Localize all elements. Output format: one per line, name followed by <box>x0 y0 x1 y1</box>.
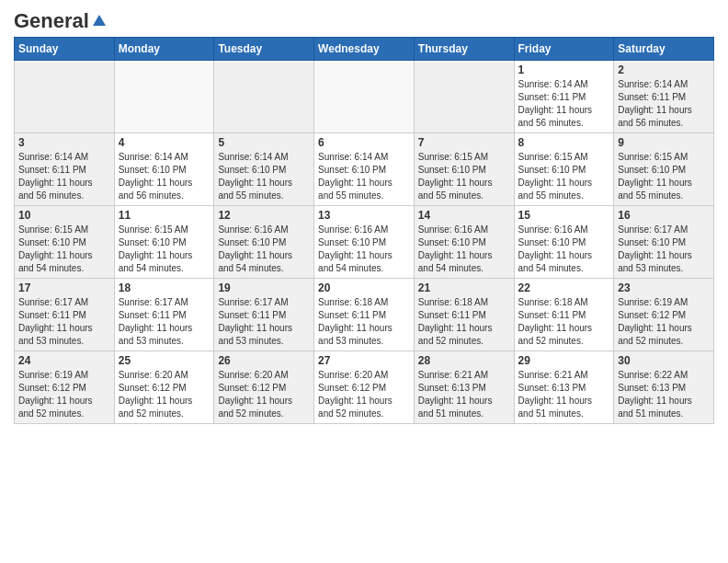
logo-icon <box>91 13 108 29</box>
svg-marker-0 <box>93 15 106 26</box>
calendar-day: 24Sunrise: 6:19 AM Sunset: 6:12 PM Dayli… <box>15 351 115 424</box>
weekday-header-wednesday: Wednesday <box>314 38 415 61</box>
calendar-day: 21Sunrise: 6:18 AM Sunset: 6:11 PM Dayli… <box>414 279 514 351</box>
day-info: Sunrise: 6:14 AM Sunset: 6:10 PM Dayligh… <box>318 151 410 202</box>
calendar-table: SundayMondayTuesdayWednesdayThursdayFrid… <box>14 37 714 424</box>
day-number: 23 <box>618 282 710 294</box>
day-number: 15 <box>518 209 610 222</box>
day-number: 7 <box>418 136 510 149</box>
day-info: Sunrise: 6:16 AM Sunset: 6:10 PM Dayligh… <box>418 224 510 275</box>
calendar-day: 19Sunrise: 6:17 AM Sunset: 6:11 PM Dayli… <box>214 279 314 351</box>
day-info: Sunrise: 6:14 AM Sunset: 6:10 PM Dayligh… <box>218 151 310 202</box>
day-number: 1 <box>518 63 610 76</box>
day-info: Sunrise: 6:20 AM Sunset: 6:12 PM Dayligh… <box>218 369 310 420</box>
day-number: 17 <box>18 282 110 294</box>
day-info: Sunrise: 6:15 AM Sunset: 6:10 PM Dayligh… <box>618 151 710 202</box>
page-header: General <box>14 9 714 29</box>
day-info: Sunrise: 6:15 AM Sunset: 6:10 PM Dayligh… <box>418 151 510 202</box>
calendar-day <box>15 61 115 133</box>
day-info: Sunrise: 6:15 AM Sunset: 6:10 PM Dayligh… <box>119 224 210 275</box>
calendar-day <box>214 61 314 133</box>
day-number: 14 <box>418 209 510 222</box>
calendar-day: 20Sunrise: 6:18 AM Sunset: 6:11 PM Dayli… <box>314 279 415 351</box>
day-number: 20 <box>318 282 410 294</box>
day-info: Sunrise: 6:17 AM Sunset: 6:10 PM Dayligh… <box>618 224 710 275</box>
calendar-week-3: 10Sunrise: 6:15 AM Sunset: 6:10 PM Dayli… <box>15 206 714 279</box>
calendar-day: 8Sunrise: 6:15 AM Sunset: 6:10 PM Daylig… <box>514 133 614 206</box>
day-info: Sunrise: 6:17 AM Sunset: 6:11 PM Dayligh… <box>18 296 110 348</box>
weekday-header-thursday: Thursday <box>414 38 514 61</box>
calendar-day: 12Sunrise: 6:16 AM Sunset: 6:10 PM Dayli… <box>214 206 314 279</box>
day-number: 26 <box>218 354 310 367</box>
calendar-day <box>414 61 514 133</box>
calendar-day: 26Sunrise: 6:20 AM Sunset: 6:12 PM Dayli… <box>214 351 314 424</box>
day-number: 25 <box>119 354 210 367</box>
day-info: Sunrise: 6:21 AM Sunset: 6:13 PM Dayligh… <box>418 369 510 420</box>
weekday-header-saturday: Saturday <box>614 38 714 61</box>
calendar-day: 14Sunrise: 6:16 AM Sunset: 6:10 PM Dayli… <box>414 206 514 279</box>
day-info: Sunrise: 6:16 AM Sunset: 6:10 PM Dayligh… <box>518 224 610 275</box>
day-info: Sunrise: 6:14 AM Sunset: 6:11 PM Dayligh… <box>18 151 110 202</box>
day-info: Sunrise: 6:18 AM Sunset: 6:11 PM Dayligh… <box>418 296 510 348</box>
calendar-day: 3Sunrise: 6:14 AM Sunset: 6:11 PM Daylig… <box>15 133 115 206</box>
day-number: 30 <box>618 354 710 367</box>
day-info: Sunrise: 6:16 AM Sunset: 6:10 PM Dayligh… <box>318 224 410 275</box>
calendar-day: 9Sunrise: 6:15 AM Sunset: 6:10 PM Daylig… <box>614 133 714 206</box>
day-number: 29 <box>518 354 610 367</box>
calendar-day: 18Sunrise: 6:17 AM Sunset: 6:11 PM Dayli… <box>114 279 214 351</box>
day-number: 3 <box>18 136 110 149</box>
calendar-day <box>114 61 214 133</box>
day-number: 5 <box>218 136 310 149</box>
day-number: 27 <box>318 354 410 367</box>
calendar-day: 27Sunrise: 6:20 AM Sunset: 6:12 PM Dayli… <box>314 351 415 424</box>
logo-general: General <box>14 9 89 33</box>
day-info: Sunrise: 6:18 AM Sunset: 6:11 PM Dayligh… <box>518 296 610 348</box>
calendar-day: 2Sunrise: 6:14 AM Sunset: 6:11 PM Daylig… <box>614 61 714 133</box>
day-number: 12 <box>218 209 310 222</box>
calendar-day: 15Sunrise: 6:16 AM Sunset: 6:10 PM Dayli… <box>514 206 614 279</box>
day-info: Sunrise: 6:19 AM Sunset: 6:12 PM Dayligh… <box>618 296 710 348</box>
day-info: Sunrise: 6:16 AM Sunset: 6:10 PM Dayligh… <box>218 224 310 275</box>
day-number: 2 <box>618 63 710 76</box>
day-number: 21 <box>418 282 510 294</box>
weekday-header-sunday: Sunday <box>15 38 115 61</box>
day-number: 18 <box>119 282 210 294</box>
day-info: Sunrise: 6:18 AM Sunset: 6:11 PM Dayligh… <box>318 296 410 348</box>
day-number: 22 <box>518 282 610 294</box>
calendar-day: 29Sunrise: 6:21 AM Sunset: 6:13 PM Dayli… <box>514 351 614 424</box>
day-number: 4 <box>119 136 210 149</box>
day-number: 8 <box>518 136 610 149</box>
day-info: Sunrise: 6:22 AM Sunset: 6:13 PM Dayligh… <box>618 369 710 420</box>
calendar-day <box>314 61 415 133</box>
day-number: 6 <box>318 136 410 149</box>
calendar-week-1: 1Sunrise: 6:14 AM Sunset: 6:11 PM Daylig… <box>15 61 714 133</box>
calendar-day: 7Sunrise: 6:15 AM Sunset: 6:10 PM Daylig… <box>414 133 514 206</box>
calendar-day: 4Sunrise: 6:14 AM Sunset: 6:10 PM Daylig… <box>114 133 214 206</box>
calendar-day: 13Sunrise: 6:16 AM Sunset: 6:10 PM Dayli… <box>314 206 415 279</box>
calendar-week-4: 17Sunrise: 6:17 AM Sunset: 6:11 PM Dayli… <box>15 279 714 351</box>
calendar-day: 23Sunrise: 6:19 AM Sunset: 6:12 PM Dayli… <box>614 279 714 351</box>
calendar-day: 16Sunrise: 6:17 AM Sunset: 6:10 PM Dayli… <box>614 206 714 279</box>
day-info: Sunrise: 6:17 AM Sunset: 6:11 PM Dayligh… <box>119 296 210 348</box>
day-number: 9 <box>618 136 710 149</box>
day-info: Sunrise: 6:21 AM Sunset: 6:13 PM Dayligh… <box>518 369 610 420</box>
day-info: Sunrise: 6:20 AM Sunset: 6:12 PM Dayligh… <box>318 369 410 420</box>
calendar-day: 28Sunrise: 6:21 AM Sunset: 6:13 PM Dayli… <box>414 351 514 424</box>
calendar-day: 22Sunrise: 6:18 AM Sunset: 6:11 PM Dayli… <box>514 279 614 351</box>
day-info: Sunrise: 6:19 AM Sunset: 6:12 PM Dayligh… <box>18 369 110 420</box>
calendar-day: 11Sunrise: 6:15 AM Sunset: 6:10 PM Dayli… <box>114 206 214 279</box>
day-number: 10 <box>18 209 110 222</box>
weekday-header-friday: Friday <box>514 38 614 61</box>
day-info: Sunrise: 6:15 AM Sunset: 6:10 PM Dayligh… <box>18 224 110 275</box>
calendar-day: 1Sunrise: 6:14 AM Sunset: 6:11 PM Daylig… <box>514 61 614 133</box>
day-number: 28 <box>418 354 510 367</box>
calendar-day: 10Sunrise: 6:15 AM Sunset: 6:10 PM Dayli… <box>15 206 115 279</box>
weekday-header-monday: Monday <box>114 38 214 61</box>
day-number: 24 <box>18 354 110 367</box>
weekday-header-tuesday: Tuesday <box>214 38 314 61</box>
logo: General <box>14 9 108 29</box>
day-number: 16 <box>618 209 710 222</box>
day-info: Sunrise: 6:20 AM Sunset: 6:12 PM Dayligh… <box>119 369 210 420</box>
day-info: Sunrise: 6:14 AM Sunset: 6:11 PM Dayligh… <box>518 78 610 130</box>
day-number: 19 <box>218 282 310 294</box>
